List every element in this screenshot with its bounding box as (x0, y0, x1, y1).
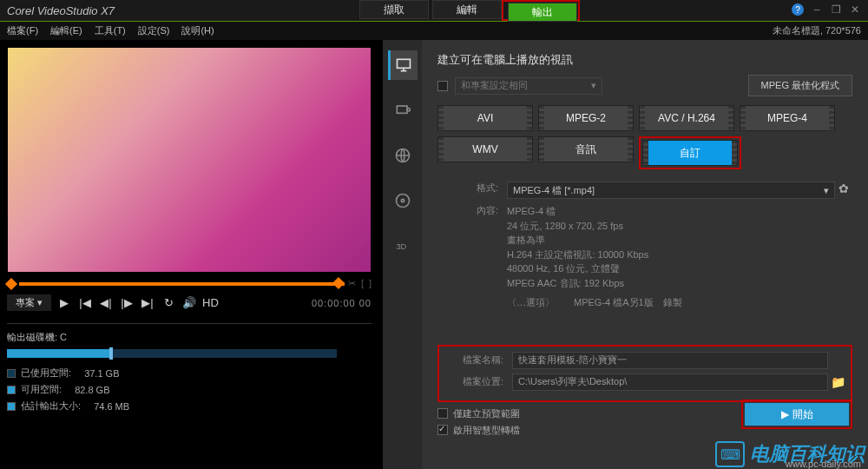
next-frame-button[interactable]: |▶ (119, 296, 135, 309)
cut-icon[interactable]: ✂ (348, 278, 356, 289)
format-audio[interactable]: 音訊 (538, 136, 634, 162)
project-status: 未命名標題, 720*576 (773, 24, 861, 37)
mark-out-icon[interactable]: ] (369, 278, 372, 289)
loop-button[interactable]: ↻ (161, 296, 176, 309)
format-avi[interactable]: AVI (437, 105, 533, 131)
menu-help[interactable]: 說明(H) (181, 24, 214, 37)
smart-render-checkbox[interactable] (437, 425, 448, 435)
pane-title: 建立可在電腦上播放的視訊 (437, 52, 852, 68)
volume-button[interactable]: 🔊 (181, 296, 197, 309)
tab-edit[interactable]: 編輯 (432, 0, 502, 19)
format-wmv[interactable]: WMV (437, 136, 533, 162)
highlight-start-button: ▶ 開始 (741, 400, 852, 429)
format-mpeg2[interactable]: MPEG-2 (538, 105, 634, 131)
highlight-custom-format: 自訂 (639, 136, 741, 169)
filename-input[interactable] (512, 352, 828, 369)
start-button[interactable]: ▶ 開始 (745, 403, 849, 426)
menu-edit[interactable]: 編輯(E) (50, 24, 82, 37)
watermark-url: www.pc-daily.com (786, 459, 861, 469)
svg-text:3D: 3D (396, 242, 406, 251)
watermark-logo-icon: ⌨ (715, 441, 745, 467)
preview-only-label: 僅建立預覽範圍 (453, 407, 520, 420)
svg-rect-3 (397, 106, 407, 113)
swatch-free (7, 386, 16, 394)
tab-output[interactable]: 輸出 (508, 3, 577, 22)
hd-toggle[interactable]: HD (202, 296, 218, 309)
location-input[interactable] (512, 373, 828, 391)
sidetab-device[interactable] (388, 96, 418, 125)
disk-usage-bar (7, 349, 337, 358)
format-label: 格式: (437, 182, 507, 195)
prev-frame-button[interactable]: ◀| (98, 296, 114, 309)
sidetab-3d[interactable]: 3D (388, 231, 418, 261)
format-mpeg4[interactable]: MPEG-4 (740, 105, 835, 131)
svg-point-6 (396, 195, 409, 208)
browse-folder-icon[interactable]: 📁 (828, 375, 847, 389)
content-details: MPEG-4 檔 24 位元, 1280 x 720, 25 fps 畫格為準 … (507, 204, 835, 290)
timeline-scrubber[interactable] (19, 282, 345, 286)
sidetab-computer[interactable] (388, 50, 418, 80)
svg-point-4 (407, 109, 410, 111)
maximize-button[interactable]: ❐ (830, 3, 842, 16)
preview-pane: ✂ [ ] 專案 ▾ ▶ |◀ ◀| |▶ ▶| ↻ 🔊 HD 00:00:00… (0, 40, 382, 469)
menu-file[interactable]: 檔案(F) (7, 24, 38, 37)
sidetab-web[interactable] (388, 141, 418, 170)
location-label: 檔案位置: (443, 375, 512, 388)
go-start-button[interactable]: |◀ (77, 296, 93, 309)
minimize-button[interactable]: – (811, 3, 823, 16)
close-button[interactable]: ✕ (849, 3, 861, 16)
swatch-used (7, 369, 16, 378)
play-button[interactable]: ▶ (56, 296, 72, 309)
mark-in-icon[interactable]: [ (361, 278, 364, 289)
go-end-button[interactable]: ▶| (140, 296, 155, 309)
timeline-start-marker[interactable] (5, 277, 17, 289)
format-custom[interactable]: 自訂 (642, 140, 738, 166)
chevron-down-icon: ▾ (824, 185, 829, 196)
time-readout: 00:00:00 00 (312, 298, 372, 308)
tab-capture[interactable]: 擷取 (359, 0, 429, 19)
sidetab-disc[interactable] (388, 186, 418, 215)
format-settings-gear-icon[interactable]: ✿ (835, 182, 852, 195)
preview-viewport[interactable] (7, 47, 372, 273)
preview-only-checkbox[interactable] (437, 408, 448, 419)
content-label: 內容: (437, 204, 507, 217)
timeline-end-marker[interactable] (332, 276, 345, 288)
project-mode-label[interactable]: 專案 ▾ (7, 294, 51, 311)
disk-title: 輸出磁碟機: C (7, 331, 372, 344)
svg-rect-0 (398, 59, 411, 68)
profile-dropdown[interactable]: 和專案設定相同▾ (455, 77, 602, 95)
app-title: Corel VideoStudio X7 (7, 4, 115, 17)
highlight-file-paths: 檔案名稱: 檔案位置: 📁 (437, 345, 852, 402)
legend-estimate: 估計輸出大小: 74.6 MB (7, 400, 372, 413)
legend-used: 已使用空間: 37.1 GB (7, 367, 372, 380)
output-settings-pane: 建立可在電腦上播放的視訊 和專案設定相同▾ MPEG 最佳化程式 AVI MPE… (422, 40, 868, 469)
highlight-output-tab: 輸出 (502, 0, 580, 21)
format-dropdown[interactable]: MPEG-4 檔 [*.mp4]▾ (507, 182, 835, 199)
menu-tools[interactable]: 工具(T) (95, 24, 126, 37)
filename-label: 檔案名稱: (443, 353, 512, 367)
format-avc[interactable]: AVC / H.264 (639, 105, 734, 131)
help-icon[interactable]: ? (792, 3, 804, 16)
output-category-tabs: 3D (382, 40, 422, 469)
content-footer: 〈…選項〉 MPEG-4 檔A另1版 錄製 (507, 295, 835, 310)
swatch-estimate (7, 402, 16, 411)
legend-free: 可用空間: 82.8 GB (7, 383, 372, 396)
smart-render-label: 啟用智慧型轉檔 (453, 424, 520, 437)
format-grid: AVI MPEG-2 AVC / H.264 MPEG-4 WMV 音訊 自訂 (437, 105, 852, 169)
svg-point-7 (401, 199, 404, 201)
menu-settings[interactable]: 設定(S) (138, 24, 170, 37)
same-as-project-checkbox[interactable] (437, 81, 448, 91)
mpeg-optimizer-button[interactable]: MPEG 最佳化程式 (748, 75, 852, 96)
chevron-down-icon: ▾ (591, 80, 596, 91)
